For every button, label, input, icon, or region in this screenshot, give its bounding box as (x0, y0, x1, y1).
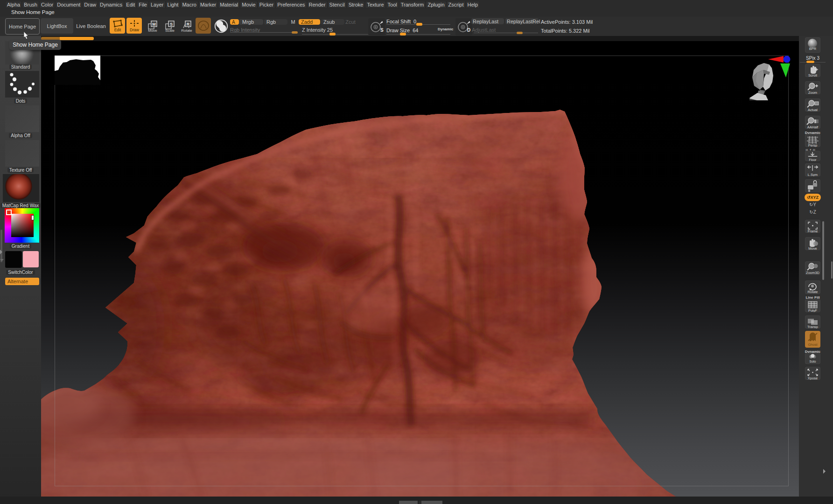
svg-text:S: S (170, 22, 173, 27)
svg-text:Zoom: Zoom (808, 91, 817, 95)
svg-text:Floor: Floor (809, 158, 817, 161)
svg-text:Frame: Frame (808, 229, 818, 233)
svg-text:BPR: BPR (809, 47, 817, 51)
svg-text:Rotate: Rotate (181, 28, 192, 33)
svg-text:Transp: Transp (807, 325, 818, 329)
svg-text:Scale: Scale (165, 28, 175, 33)
svg-text:Draw: Draw (130, 28, 140, 32)
svg-text:Ghost: Ghost (808, 343, 818, 347)
svg-text:Persp: Persp (808, 143, 818, 147)
svg-text:Scroll: Scroll (808, 73, 817, 77)
svg-text:Actual: Actual (808, 108, 818, 112)
svg-text:M: M (152, 22, 156, 27)
svg-text:Rotate: Rotate (807, 290, 818, 294)
svg-text:S: S (380, 28, 384, 33)
svg-text:Move: Move (808, 246, 817, 251)
svg-text:Xpose: Xpose (808, 376, 818, 380)
svg-text:Move: Move (148, 28, 157, 33)
svg-text:AAHalf: AAHalf (807, 125, 819, 129)
svg-text:Solo: Solo (810, 360, 816, 363)
svg-text:D: D (467, 28, 470, 33)
svg-text:R: R (187, 22, 190, 27)
svg-text:Edit: Edit (114, 28, 121, 32)
svg-text:PolyF: PolyF (808, 308, 818, 313)
svg-text:L.Sym: L.Sym (808, 173, 818, 177)
svg-text:Zoom3D: Zoom3D (806, 271, 819, 275)
